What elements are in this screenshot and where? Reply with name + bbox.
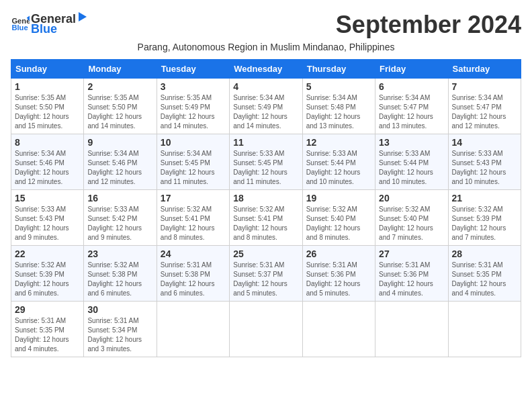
- day-number: 17: [161, 193, 226, 203]
- day-info: Sunrise: 5:34 AMSunset: 5:46 PMDaylight:…: [15, 149, 80, 187]
- calendar-cell: [230, 302, 302, 357]
- day-number: 25: [233, 248, 298, 259]
- day-number: 20: [379, 193, 444, 203]
- day-number: 28: [452, 248, 517, 259]
- calendar-week-row: 15Sunrise: 5:33 AMSunset: 5:43 PMDayligh…: [11, 190, 521, 246]
- calendar-cell: 8Sunrise: 5:34 AMSunset: 5:46 PMDaylight…: [11, 134, 84, 190]
- month-title: September 2024: [336, 11, 521, 39]
- calendar-cell: 21Sunrise: 5:32 AMSunset: 5:39 PMDayligh…: [448, 190, 521, 246]
- day-info: Sunrise: 5:33 AMSunset: 5:43 PMDaylight:…: [15, 205, 80, 242]
- day-info: Sunrise: 5:35 AMSunset: 5:49 PMDaylight:…: [161, 93, 226, 131]
- calendar-cell: 6Sunrise: 5:34 AMSunset: 5:47 PMDaylight…: [375, 79, 448, 134]
- day-info: Sunrise: 5:33 AMSunset: 5:44 PMDaylight:…: [306, 149, 371, 187]
- calendar-cell: 28Sunrise: 5:31 AMSunset: 5:35 PMDayligh…: [448, 246, 521, 302]
- calendar-cell: 19Sunrise: 5:32 AMSunset: 5:40 PMDayligh…: [302, 190, 375, 246]
- calendar-cell: 24Sunrise: 5:31 AMSunset: 5:38 PMDayligh…: [157, 246, 229, 302]
- day-info: Sunrise: 5:32 AMSunset: 5:41 PMDaylight:…: [161, 205, 226, 242]
- day-info: Sunrise: 5:32 AMSunset: 5:40 PMDaylight:…: [379, 205, 444, 242]
- calendar-cell: 9Sunrise: 5:34 AMSunset: 5:46 PMDaylight…: [84, 134, 157, 190]
- day-info: Sunrise: 5:31 AMSunset: 5:37 PMDaylight:…: [233, 261, 298, 298]
- col-header-wednesday: Wednesday: [230, 60, 302, 79]
- calendar-cell: 10Sunrise: 5:34 AMSunset: 5:45 PMDayligh…: [157, 134, 229, 190]
- day-number: 16: [87, 193, 152, 203]
- calendar-week-row: 29Sunrise: 5:31 AMSunset: 5:35 PMDayligh…: [11, 302, 521, 357]
- day-number: 13: [379, 137, 444, 148]
- day-info: Sunrise: 5:33 AMSunset: 5:42 PMDaylight:…: [87, 205, 152, 242]
- day-info: Sunrise: 5:31 AMSunset: 5:38 PMDaylight:…: [161, 261, 226, 298]
- day-number: 18: [233, 193, 298, 203]
- day-info: Sunrise: 5:33 AMSunset: 5:43 PMDaylight:…: [452, 149, 517, 187]
- day-number: 19: [306, 193, 371, 203]
- calendar-cell: 14Sunrise: 5:33 AMSunset: 5:43 PMDayligh…: [448, 134, 521, 190]
- col-header-saturday: Saturday: [448, 60, 521, 79]
- col-header-sunday: Sunday: [11, 60, 84, 79]
- calendar-cell: 23Sunrise: 5:32 AMSunset: 5:38 PMDayligh…: [84, 246, 157, 302]
- header: General Blue General Blue September 2024: [11, 11, 521, 39]
- day-info: Sunrise: 5:31 AMSunset: 5:36 PMDaylight:…: [379, 261, 444, 298]
- day-number: 1: [15, 81, 80, 92]
- calendar-cell: [302, 302, 375, 357]
- day-info: Sunrise: 5:31 AMSunset: 5:35 PMDaylight:…: [452, 261, 517, 298]
- day-number: 23: [87, 248, 152, 259]
- day-info: Sunrise: 5:32 AMSunset: 5:41 PMDaylight:…: [233, 205, 298, 242]
- calendar-cell: [448, 302, 521, 357]
- day-number: 7: [452, 81, 517, 92]
- calendar-cell: 4Sunrise: 5:34 AMSunset: 5:49 PMDaylight…: [230, 79, 302, 134]
- calendar-week-row: 1Sunrise: 5:35 AMSunset: 5:50 PMDaylight…: [11, 79, 521, 134]
- day-number: 3: [161, 81, 226, 92]
- calendar-cell: 26Sunrise: 5:31 AMSunset: 5:36 PMDayligh…: [302, 246, 375, 302]
- day-number: 5: [306, 81, 371, 92]
- day-number: 15: [15, 193, 80, 203]
- day-info: Sunrise: 5:35 AMSunset: 5:50 PMDaylight:…: [87, 93, 152, 131]
- calendar-cell: 11Sunrise: 5:33 AMSunset: 5:45 PMDayligh…: [230, 134, 302, 190]
- day-number: 9: [87, 137, 152, 148]
- day-number: 12: [306, 137, 371, 148]
- day-info: Sunrise: 5:34 AMSunset: 5:47 PMDaylight:…: [379, 93, 444, 131]
- calendar-cell: [157, 302, 229, 357]
- day-info: Sunrise: 5:31 AMSunset: 5:36 PMDaylight:…: [306, 261, 371, 298]
- day-number: 29: [15, 304, 80, 315]
- day-number: 26: [306, 248, 371, 259]
- calendar-cell: 3Sunrise: 5:35 AMSunset: 5:49 PMDaylight…: [157, 79, 229, 134]
- calendar-table: SundayMondayTuesdayWednesdayThursdayFrid…: [11, 59, 521, 357]
- calendar-cell: 27Sunrise: 5:31 AMSunset: 5:36 PMDayligh…: [375, 246, 448, 302]
- day-info: Sunrise: 5:34 AMSunset: 5:46 PMDaylight:…: [87, 149, 152, 187]
- calendar-cell: [375, 302, 448, 357]
- day-number: 11: [233, 137, 298, 148]
- calendar-header-row: SundayMondayTuesdayWednesdayThursdayFrid…: [11, 60, 521, 79]
- day-info: Sunrise: 5:35 AMSunset: 5:50 PMDaylight:…: [15, 93, 80, 131]
- calendar-cell: 1Sunrise: 5:35 AMSunset: 5:50 PMDaylight…: [11, 79, 84, 134]
- day-number: 27: [379, 248, 444, 259]
- calendar-week-row: 8Sunrise: 5:34 AMSunset: 5:46 PMDaylight…: [11, 134, 521, 190]
- col-header-monday: Monday: [84, 60, 157, 79]
- calendar-cell: 12Sunrise: 5:33 AMSunset: 5:44 PMDayligh…: [302, 134, 375, 190]
- day-number: 24: [161, 248, 226, 259]
- calendar-cell: 22Sunrise: 5:32 AMSunset: 5:39 PMDayligh…: [11, 246, 84, 302]
- day-info: Sunrise: 5:33 AMSunset: 5:44 PMDaylight:…: [379, 149, 444, 187]
- subtitle: Parang, Autonomous Region in Muslim Mind…: [11, 42, 521, 52]
- col-header-tuesday: Tuesday: [157, 60, 229, 79]
- day-info: Sunrise: 5:32 AMSunset: 5:40 PMDaylight:…: [306, 205, 371, 242]
- day-info: Sunrise: 5:34 AMSunset: 5:48 PMDaylight:…: [306, 93, 371, 131]
- day-number: 22: [15, 248, 80, 259]
- day-number: 2: [87, 81, 152, 92]
- calendar-cell: 17Sunrise: 5:32 AMSunset: 5:41 PMDayligh…: [157, 190, 229, 246]
- day-number: 14: [452, 137, 517, 148]
- calendar-cell: 30Sunrise: 5:31 AMSunset: 5:34 PMDayligh…: [84, 302, 157, 357]
- svg-text:Blue: Blue: [11, 24, 28, 32]
- day-info: Sunrise: 5:32 AMSunset: 5:39 PMDaylight:…: [452, 205, 517, 242]
- logo-arrow-icon: [76, 11, 88, 23]
- calendar-cell: 7Sunrise: 5:34 AMSunset: 5:47 PMDaylight…: [448, 79, 521, 134]
- day-number: 30: [87, 304, 152, 315]
- day-number: 6: [379, 81, 444, 92]
- col-header-thursday: Thursday: [302, 60, 375, 79]
- logo: General Blue General Blue: [11, 11, 88, 36]
- day-info: Sunrise: 5:32 AMSunset: 5:39 PMDaylight:…: [15, 261, 80, 298]
- day-info: Sunrise: 5:34 AMSunset: 5:49 PMDaylight:…: [233, 93, 298, 131]
- day-number: 10: [161, 137, 226, 148]
- calendar-week-row: 22Sunrise: 5:32 AMSunset: 5:39 PMDayligh…: [11, 246, 521, 302]
- day-info: Sunrise: 5:34 AMSunset: 5:45 PMDaylight:…: [161, 149, 226, 187]
- calendar-cell: 18Sunrise: 5:32 AMSunset: 5:41 PMDayligh…: [230, 190, 302, 246]
- day-number: 4: [233, 81, 298, 92]
- svg-marker-3: [79, 12, 87, 21]
